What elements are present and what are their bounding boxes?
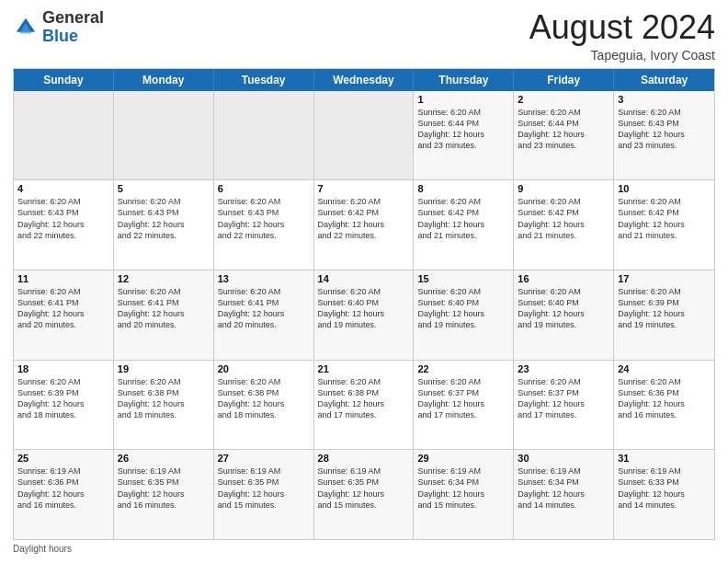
logo: General Blue [13, 9, 104, 46]
calendar-cell: 15Sunrise: 6:20 AM Sunset: 6:40 PM Dayli… [414, 270, 514, 360]
day-number: 7 [318, 183, 410, 194]
day-info: Sunrise: 6:19 AM Sunset: 6:35 PM Dayligh… [318, 465, 410, 511]
day-info: Sunrise: 6:20 AM Sunset: 6:43 PM Dayligh… [218, 196, 310, 241]
page: General Blue August 2024 Tapeguia, Ivory… [0, 0, 728, 563]
calendar-row: 4Sunrise: 6:20 AM Sunset: 6:43 PM Daylig… [14, 179, 714, 270]
day-info: Sunrise: 6:20 AM Sunset: 6:44 PM Dayligh… [417, 107, 509, 152]
day-number: 12 [118, 273, 210, 284]
day-info: Sunrise: 6:20 AM Sunset: 6:41 PM Dayligh… [17, 286, 109, 331]
day-number: 16 [518, 273, 609, 284]
day-info: Sunrise: 6:19 AM Sunset: 6:34 PM Dayligh… [417, 465, 509, 511]
day-info: Sunrise: 6:20 AM Sunset: 6:40 PM Dayligh… [417, 286, 509, 331]
calendar: SundayMondayTuesdayWednesdayThursdayFrid… [13, 68, 715, 540]
calendar-cell: 3Sunrise: 6:20 AM Sunset: 6:43 PM Daylig… [614, 91, 714, 180]
main-title: August 2024 [529, 9, 715, 46]
day-number: 26 [118, 453, 210, 464]
calendar-cell: 7Sunrise: 6:20 AM Sunset: 6:42 PM Daylig… [314, 180, 415, 270]
day-number: 27 [218, 453, 310, 464]
calendar-cell: 21Sunrise: 6:20 AM Sunset: 6:38 PM Dayli… [314, 361, 415, 450]
day-info: Sunrise: 6:20 AM Sunset: 6:42 PM Dayligh… [417, 196, 509, 241]
day-info: Sunrise: 6:20 AM Sunset: 6:37 PM Dayligh… [417, 376, 509, 421]
day-number: 30 [518, 453, 609, 464]
day-number: 31 [618, 453, 711, 464]
day-info: Sunrise: 6:20 AM Sunset: 6:42 PM Dayligh… [518, 196, 609, 241]
day-info: Sunrise: 6:19 AM Sunset: 6:35 PM Dayligh… [218, 465, 310, 511]
day-number: 14 [318, 273, 410, 284]
day-number: 15 [417, 273, 509, 284]
day-number: 6 [218, 183, 310, 194]
calendar-header-cell: Sunday [14, 69, 114, 91]
calendar-cell: 19Sunrise: 6:20 AM Sunset: 6:38 PM Dayli… [114, 361, 214, 450]
header: General Blue August 2024 Tapeguia, Ivory… [13, 9, 715, 63]
calendar-cell: 9Sunrise: 6:20 AM Sunset: 6:42 PM Daylig… [514, 180, 614, 270]
calendar-cell: 14Sunrise: 6:20 AM Sunset: 6:40 PM Dayli… [314, 270, 415, 360]
day-info: Sunrise: 6:19 AM Sunset: 6:34 PM Dayligh… [518, 465, 609, 511]
calendar-cell: 27Sunrise: 6:19 AM Sunset: 6:35 PM Dayli… [214, 450, 314, 539]
day-info: Sunrise: 6:20 AM Sunset: 6:41 PM Dayligh… [118, 286, 210, 331]
calendar-cell [214, 91, 314, 180]
calendar-cell: 1Sunrise: 6:20 AM Sunset: 6:44 PM Daylig… [414, 91, 514, 180]
day-number: 13 [218, 273, 310, 284]
day-info: Sunrise: 6:20 AM Sunset: 6:42 PM Dayligh… [618, 196, 711, 241]
day-info: Sunrise: 6:20 AM Sunset: 6:43 PM Dayligh… [118, 196, 210, 241]
calendar-cell: 10Sunrise: 6:20 AM Sunset: 6:42 PM Dayli… [614, 180, 714, 270]
day-info: Sunrise: 6:19 AM Sunset: 6:33 PM Dayligh… [618, 465, 711, 511]
calendar-row: 18Sunrise: 6:20 AM Sunset: 6:39 PM Dayli… [14, 360, 714, 450]
day-info: Sunrise: 6:20 AM Sunset: 6:43 PM Dayligh… [618, 107, 711, 152]
day-info: Sunrise: 6:20 AM Sunset: 6:43 PM Dayligh… [17, 196, 109, 241]
calendar-body: 1Sunrise: 6:20 AM Sunset: 6:44 PM Daylig… [14, 91, 714, 539]
day-number: 4 [17, 183, 109, 194]
day-info: Sunrise: 6:20 AM Sunset: 6:39 PM Dayligh… [17, 376, 109, 421]
calendar-cell: 18Sunrise: 6:20 AM Sunset: 6:39 PM Dayli… [14, 361, 114, 450]
day-info: Sunrise: 6:20 AM Sunset: 6:42 PM Dayligh… [318, 196, 410, 241]
logo-text: General Blue [42, 9, 104, 46]
calendar-cell: 23Sunrise: 6:20 AM Sunset: 6:37 PM Dayli… [514, 361, 614, 450]
calendar-header-cell: Tuesday [214, 69, 314, 91]
calendar-cell: 22Sunrise: 6:20 AM Sunset: 6:37 PM Dayli… [414, 361, 514, 450]
subtitle: Tapeguia, Ivory Coast [529, 48, 715, 63]
logo-blue-text: Blue [42, 27, 78, 45]
calendar-cell: 16Sunrise: 6:20 AM Sunset: 6:40 PM Dayli… [514, 270, 614, 360]
day-info: Sunrise: 6:20 AM Sunset: 6:38 PM Dayligh… [118, 376, 210, 421]
day-number: 21 [318, 363, 410, 374]
calendar-cell: 17Sunrise: 6:20 AM Sunset: 6:39 PM Dayli… [614, 270, 714, 360]
calendar-row: 1Sunrise: 6:20 AM Sunset: 6:44 PM Daylig… [14, 91, 714, 180]
day-info: Sunrise: 6:19 AM Sunset: 6:35 PM Dayligh… [118, 465, 210, 511]
day-number: 3 [618, 94, 711, 105]
calendar-cell: 13Sunrise: 6:20 AM Sunset: 6:41 PM Dayli… [214, 270, 314, 360]
day-number: 18 [17, 363, 109, 374]
calendar-cell: 20Sunrise: 6:20 AM Sunset: 6:38 PM Dayli… [214, 361, 314, 450]
day-number: 29 [417, 453, 509, 464]
day-number: 10 [618, 183, 711, 194]
day-number: 17 [618, 273, 711, 284]
calendar-cell [14, 91, 114, 180]
day-number: 28 [318, 453, 410, 464]
day-info: Sunrise: 6:20 AM Sunset: 6:44 PM Dayligh… [518, 107, 609, 152]
day-number: 11 [17, 273, 109, 284]
calendar-cell: 12Sunrise: 6:20 AM Sunset: 6:41 PM Dayli… [114, 270, 214, 360]
logo-general-text: General [42, 8, 104, 27]
day-number: 25 [17, 453, 109, 464]
calendar-row: 25Sunrise: 6:19 AM Sunset: 6:36 PM Dayli… [14, 449, 714, 539]
calendar-header-cell: Friday [514, 69, 614, 91]
calendar-header-cell: Thursday [414, 69, 514, 91]
title-block: August 2024 Tapeguia, Ivory Coast [529, 9, 715, 63]
day-number: 1 [417, 94, 509, 105]
calendar-cell: 26Sunrise: 6:19 AM Sunset: 6:35 PM Dayli… [114, 450, 214, 539]
day-info: Sunrise: 6:20 AM Sunset: 6:37 PM Dayligh… [518, 376, 609, 421]
day-number: 19 [118, 363, 210, 374]
calendar-cell [314, 91, 415, 180]
calendar-cell: 30Sunrise: 6:19 AM Sunset: 6:34 PM Dayli… [514, 450, 614, 539]
day-info: Sunrise: 6:20 AM Sunset: 6:38 PM Dayligh… [318, 376, 410, 421]
day-info: Sunrise: 6:20 AM Sunset: 6:38 PM Dayligh… [218, 376, 310, 421]
calendar-header-cell: Monday [114, 69, 214, 91]
calendar-cell: 31Sunrise: 6:19 AM Sunset: 6:33 PM Dayli… [614, 450, 714, 539]
calendar-cell: 2Sunrise: 6:20 AM Sunset: 6:44 PM Daylig… [514, 91, 614, 180]
logo-icon [13, 15, 39, 40]
calendar-cell: 11Sunrise: 6:20 AM Sunset: 6:41 PM Dayli… [14, 270, 114, 360]
calendar-cell [114, 91, 214, 180]
calendar-header-cell: Wednesday [314, 69, 415, 91]
calendar-header-row: SundayMondayTuesdayWednesdayThursdayFrid… [14, 69, 714, 91]
day-number: 8 [417, 183, 509, 194]
calendar-cell: 5Sunrise: 6:20 AM Sunset: 6:43 PM Daylig… [114, 180, 214, 270]
